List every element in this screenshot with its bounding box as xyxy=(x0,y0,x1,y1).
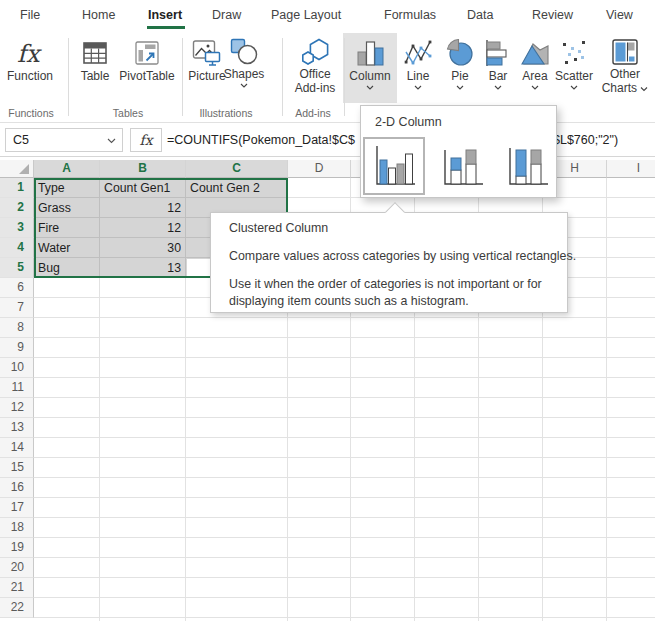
menu-tab-home[interactable]: Home xyxy=(82,0,115,30)
group-label-tables: Tables xyxy=(104,107,152,119)
grid-hline xyxy=(34,417,655,418)
menu-tab-file[interactable]: File xyxy=(20,0,40,30)
area-chart-button[interactable]: Area xyxy=(516,33,554,103)
column-chart-button[interactable]: Column xyxy=(343,33,397,103)
line-chart-button[interactable]: Line xyxy=(399,33,437,103)
column-header-C[interactable]: C xyxy=(186,160,288,178)
group-label-functions: Functions xyxy=(8,107,54,119)
cell-B4[interactable]: 30 xyxy=(104,238,181,258)
grid-hline xyxy=(34,337,655,338)
formula-input[interactable]: =COUNTIFS(Pokemon_Data!$C$ xyxy=(167,128,355,152)
row-header-11[interactable]: 11 xyxy=(0,378,34,398)
office-addins-label-line2: Add-ins xyxy=(295,81,336,95)
cell-A3[interactable]: Fire xyxy=(38,218,95,238)
picture-button[interactable]: Picture xyxy=(188,33,226,103)
gallery-tooltip: Clustered Column Compare values across c… xyxy=(210,212,568,313)
name-box-value: C5 xyxy=(13,133,29,147)
grid-hline xyxy=(34,597,655,598)
menu-tab-draw[interactable]: Draw xyxy=(212,0,241,30)
row-header-1[interactable]: 1 xyxy=(0,178,34,198)
cell-B3[interactable]: 12 xyxy=(104,218,181,238)
pivottable-label: PivotTable xyxy=(119,69,174,83)
row-header-3[interactable]: 3 xyxy=(0,218,34,238)
bar-chart-icon xyxy=(483,37,513,69)
formula-input-tail[interactable]: $L$760;"2") xyxy=(553,128,618,152)
function-button[interactable]: fx Function xyxy=(2,33,58,103)
row-header-18[interactable]: 18 xyxy=(0,518,34,538)
cell-A5[interactable]: Bug xyxy=(38,258,95,278)
row-header-13[interactable]: 13 xyxy=(0,418,34,438)
gallery-item-stacked-column[interactable] xyxy=(431,137,493,195)
row-header-5[interactable]: 5 xyxy=(0,258,34,278)
chevron-down-icon[interactable] xyxy=(240,83,248,88)
column-chart-dropdown: 2-D Column xyxy=(360,105,557,198)
cell-B1[interactable]: Count Gen1 xyxy=(104,178,181,198)
chevron-down-icon[interactable] xyxy=(456,85,464,90)
row-header-17[interactable]: 17 xyxy=(0,498,34,518)
table-button[interactable]: Table xyxy=(74,33,116,103)
row-header-7[interactable]: 7 xyxy=(0,298,34,318)
shapes-button[interactable]: Shapes xyxy=(222,33,266,103)
gallery-item-clustered-column[interactable] xyxy=(363,137,425,195)
scatter-chart-button[interactable]: Scatter xyxy=(552,33,596,103)
cell-A4[interactable]: Water xyxy=(38,238,95,258)
grid-hline xyxy=(34,377,655,378)
column-header-I[interactable]: I xyxy=(607,160,655,178)
menu-tab-formulas[interactable]: Formulas xyxy=(384,0,436,30)
menu-tab-view[interactable]: View xyxy=(606,0,633,30)
row-header-4[interactable]: 4 xyxy=(0,238,34,258)
menu-tab-review[interactable]: Review xyxy=(532,0,573,30)
row-header-12[interactable]: 12 xyxy=(0,398,34,418)
area-chart-label: Area xyxy=(522,69,547,83)
name-box[interactable]: C5 xyxy=(5,128,123,152)
gallery-item-100-stacked-column[interactable] xyxy=(496,137,558,195)
group-divider xyxy=(68,38,69,116)
pivottable-icon xyxy=(133,37,161,69)
excel-window: FileHomeInsertDrawPage LayoutFormulasDat… xyxy=(0,0,655,621)
chevron-down-icon[interactable] xyxy=(494,85,502,90)
select-all-button[interactable] xyxy=(0,160,34,178)
cell-B2[interactable]: 12 xyxy=(104,198,181,218)
tooltip-description-1: Compare values across categories by usin… xyxy=(229,249,557,263)
cell-A2[interactable]: Grass xyxy=(38,198,95,218)
row-header-19[interactable]: 19 xyxy=(0,538,34,558)
insert-function-button[interactable]: fx xyxy=(130,128,162,152)
row-header-2[interactable]: 2 xyxy=(0,198,34,218)
pivottable-button[interactable]: PivotTable xyxy=(116,33,178,103)
pie-chart-icon xyxy=(445,37,475,69)
menu-tab-data[interactable]: Data xyxy=(467,0,493,30)
function-label: Function xyxy=(7,69,53,83)
pie-chart-button[interactable]: Pie xyxy=(443,33,477,103)
row-header-8[interactable]: 8 xyxy=(0,318,34,338)
chevron-down-icon[interactable] xyxy=(640,87,648,92)
bar-chart-button[interactable]: Bar xyxy=(481,33,515,103)
column-header-B[interactable]: B xyxy=(100,160,186,178)
chevron-down-icon[interactable] xyxy=(366,85,374,90)
grid-hline xyxy=(34,617,655,618)
other-charts-button[interactable]: Other Charts xyxy=(598,33,652,103)
chevron-down-icon[interactable] xyxy=(107,138,116,144)
row-header-10[interactable]: 10 xyxy=(0,358,34,378)
row-header-22[interactable]: 22 xyxy=(0,598,34,618)
column-chart-label: Column xyxy=(349,69,390,83)
row-header-15[interactable]: 15 xyxy=(0,458,34,478)
column-header-A[interactable]: A xyxy=(34,160,100,178)
chevron-down-icon[interactable] xyxy=(414,85,422,90)
column-header-D[interactable]: D xyxy=(288,160,351,178)
grid-hline xyxy=(34,397,655,398)
chevron-down-icon[interactable] xyxy=(531,85,539,90)
cell-A1[interactable]: Type xyxy=(38,178,95,198)
cell-C1[interactable]: Count Gen 2 xyxy=(190,178,283,198)
row-header-16[interactable]: 16 xyxy=(0,478,34,498)
office-addins-button[interactable]: Office Add-ins xyxy=(290,33,340,103)
row-header-20[interactable]: 20 xyxy=(0,558,34,578)
chevron-down-icon[interactable] xyxy=(570,85,578,90)
row-header-14[interactable]: 14 xyxy=(0,438,34,458)
row-header-6[interactable]: 6 xyxy=(0,278,34,298)
row-header-21[interactable]: 21 xyxy=(0,578,34,598)
row-header-9[interactable]: 9 xyxy=(0,338,34,358)
cell-B5[interactable]: 13 xyxy=(104,258,181,278)
menu-tab-page-layout[interactable]: Page Layout xyxy=(271,0,341,30)
line-chart-icon xyxy=(403,37,433,69)
group-divider xyxy=(182,38,183,116)
